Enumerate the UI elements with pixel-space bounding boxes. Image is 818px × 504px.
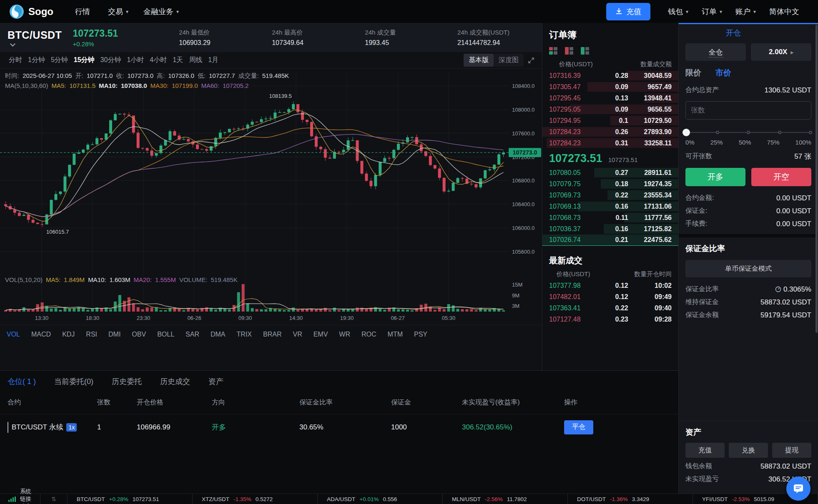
order-type-option[interactable]: 限价 <box>685 67 701 80</box>
brand[interactable]: Sogo <box>9 4 53 19</box>
nav-menu-item[interactable]: 订单 ▾ <box>695 0 729 23</box>
slider-dot-100[interactable] <box>809 131 812 134</box>
indicator-option[interactable]: VR <box>293 331 302 338</box>
timeframe-option[interactable]: 4小时 <box>147 54 170 66</box>
chevron-down-icon: ▾ <box>176 9 179 15</box>
book-asks-icon[interactable] <box>565 47 573 55</box>
order-type-option[interactable]: 市价 <box>715 67 731 80</box>
slider-dot-25[interactable] <box>716 131 719 134</box>
trades-header: 价格(USDT) <box>549 270 590 278</box>
slider-dot-50[interactable] <box>747 131 750 134</box>
nav-menu-item[interactable]: 交易 ▾ <box>100 0 136 23</box>
timeframe-option[interactable]: 1月 <box>205 54 221 66</box>
indicator-option[interactable]: KDJ <box>62 331 75 338</box>
timeframe-option[interactable]: 周线 <box>186 54 205 66</box>
indicator-option[interactable]: BOLL <box>157 331 174 338</box>
nav-menu-item[interactable]: 简体中文 <box>763 0 809 23</box>
view-mode-option[interactable]: 深度图 <box>494 54 524 67</box>
bid-row[interactable]: 107068.73 0.11 11777.56 <box>542 212 678 223</box>
positions-tab[interactable]: 仓位( 1 ) <box>8 377 36 387</box>
indicator-option[interactable]: BRAR <box>263 331 281 338</box>
nav-menu-item[interactable]: 行情 <box>68 0 100 23</box>
leverage-button[interactable]: 2.00X▸ <box>751 43 811 61</box>
indicator-option[interactable]: ROC <box>361 331 376 338</box>
deposit-button[interactable]: 充值 <box>606 3 650 20</box>
indicator-option[interactable]: WR <box>339 331 350 338</box>
expand-icon[interactable] <box>528 57 534 64</box>
position-indicator-bar <box>8 422 8 433</box>
positions-header: 操作 <box>564 398 671 407</box>
indicator-option[interactable]: MACD <box>31 331 51 338</box>
indicator-option[interactable]: SAR <box>186 331 199 338</box>
amount-slider[interactable] <box>686 129 810 136</box>
bid-row[interactable]: 107026.74 0.21 22475.62 <box>542 235 678 246</box>
nav-menu-item[interactable]: 钱包 ▾ <box>661 0 695 23</box>
indicator-option[interactable]: DMA <box>211 331 226 338</box>
ticker-cell[interactable]: BTC/USDT +0.28% 107273.51 <box>68 494 193 504</box>
asset-action-button[interactable]: 提现 <box>772 443 811 458</box>
ask-row[interactable]: 107284.23 0.26 27893.90 <box>542 126 678 137</box>
chart-canvas[interactable]: 108400.0108000.0107600.0107200.0106800.0… <box>0 69 542 325</box>
indicator-option[interactable]: DMI <box>108 331 120 338</box>
scrollbar[interactable] <box>815 23 818 494</box>
ask-row[interactable]: 107284.23 0.31 33258.11 <box>542 137 678 149</box>
ask-row[interactable]: 107294.95 0.1 10729.50 <box>542 115 678 126</box>
swap-icon[interactable]: ⇅ <box>40 494 68 504</box>
asset-action-button[interactable]: 充值 <box>685 443 725 458</box>
nav-menu-item[interactable]: 金融业务 ▾ <box>136 0 186 23</box>
candlestick-chart[interactable]: 时间:2025-06-27 10:05 开:107271.0 收:107273.… <box>0 69 542 325</box>
open-long-button[interactable]: 开多 <box>685 168 745 186</box>
asset-action-button[interactable]: 兑换 <box>729 443 768 458</box>
view-mode-option[interactable]: 基本版 <box>464 54 494 67</box>
bid-row[interactable]: 107036.37 0.16 17125.82 <box>542 223 678 235</box>
nav-menu-item[interactable]: 账户 ▾ <box>729 0 763 23</box>
indicator-option[interactable]: RSI <box>86 331 97 338</box>
bid-row[interactable]: 107069.13 0.16 17131.06 <box>542 201 678 212</box>
bid-row[interactable]: 107080.05 0.27 28911.61 <box>542 167 678 178</box>
ticker-cell[interactable]: DOT/USDT -1.36% 3.3429 <box>568 494 693 504</box>
indicator-option[interactable]: TRIX <box>237 331 252 338</box>
single-coin-margin-button[interactable]: 单币保证金模式 <box>685 260 811 277</box>
indicator-option[interactable]: VOL <box>7 331 20 338</box>
open-position-tab[interactable]: 开仓 <box>685 24 811 42</box>
positions-header: 保证金 <box>391 398 462 407</box>
timeframe-option[interactable]: 1分钟 <box>25 54 48 66</box>
book-bids-icon[interactable] <box>581 47 589 55</box>
close-position-button[interactable]: 平仓 <box>564 420 593 434</box>
timeframe-option[interactable]: 15分钟 <box>71 54 98 66</box>
indicator-option[interactable]: PSY <box>414 331 427 338</box>
timeframe-option[interactable]: 5分钟 <box>48 54 71 66</box>
open-short-button[interactable]: 开空 <box>751 168 811 186</box>
symbol-selector[interactable]: BTC/USDT <box>8 29 62 46</box>
bid-row[interactable]: 107069.73 0.22 23555.34 <box>542 190 678 201</box>
slider-dot-75[interactable] <box>778 131 781 134</box>
timeframe-option[interactable]: 分时 <box>6 54 25 66</box>
quantity-input[interactable] <box>685 101 811 120</box>
positions-tab[interactable]: 历史委托 <box>112 377 142 387</box>
ask-row[interactable]: 107305.47 0.09 9657.49 <box>542 81 678 92</box>
timeframe-option[interactable]: 1小时 <box>124 54 147 66</box>
positions-tab[interactable]: 当前委托(0) <box>54 377 93 387</box>
ask-row[interactable]: 107295.45 0.13 13948.41 <box>542 92 678 104</box>
positions-tab[interactable]: 资产 <box>208 377 223 387</box>
positions-tab[interactable]: 历史成交 <box>160 377 190 387</box>
ask-row[interactable]: 107316.39 0.28 30048.59 <box>542 70 678 81</box>
book-both-icon[interactable] <box>549 47 557 55</box>
margin-mode-button[interactable]: 全仓 <box>685 43 746 61</box>
scrollbar-thumb[interactable] <box>815 25 818 333</box>
ticker-cell[interactable]: MLN/USDT -2.56% 11.7802 <box>443 494 568 504</box>
indicator-option[interactable]: OBV <box>132 331 146 338</box>
contract-cell: BTC/USDT 永续 1x <box>8 422 97 433</box>
timeframe-option[interactable]: 30分钟 <box>98 54 124 66</box>
chat-bubble-button[interactable] <box>786 477 810 501</box>
pair-symbol: BTC/USDT <box>8 29 62 41</box>
indicator-option[interactable]: EMV <box>314 331 328 338</box>
slider-handle[interactable] <box>683 129 690 136</box>
timeframe-option[interactable]: 1天 <box>170 54 186 66</box>
bid-row[interactable]: 107079.75 0.18 19274.35 <box>542 178 678 190</box>
svg-text:108000.0: 108000.0 <box>512 107 534 113</box>
ticker-cell[interactable]: XTZ/USDT -1.35% 0.5272 <box>193 494 318 504</box>
ticker-cell[interactable]: ADA/USDT +0.01% 0.556 <box>318 494 443 504</box>
indicator-option[interactable]: MTM <box>388 331 403 338</box>
ask-row[interactable]: 107295.05 0.09 9656.55 <box>542 104 678 115</box>
